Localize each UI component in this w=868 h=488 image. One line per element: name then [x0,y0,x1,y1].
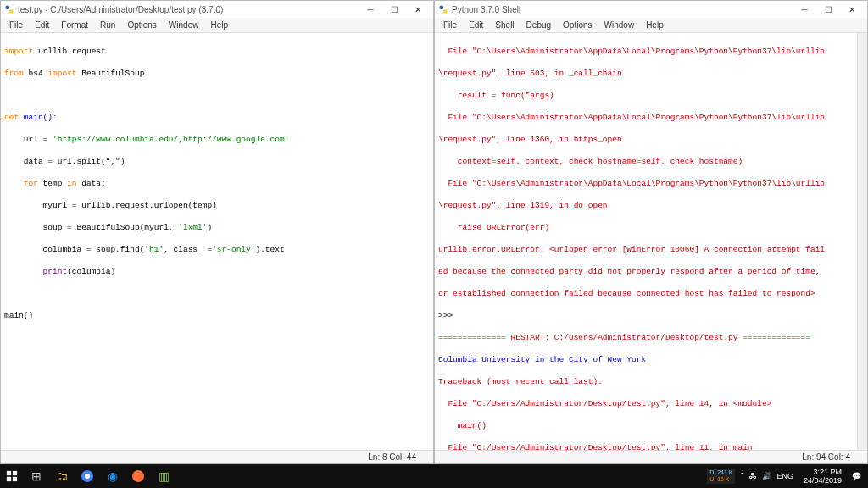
code-editor[interactable]: import urllib.request from bs4 import Be… [1,33,433,450]
menu-help[interactable]: Help [641,19,669,31]
svg-rect-3 [443,9,448,14]
app-icon[interactable]: ▥ [151,464,176,488]
close-button[interactable]: ✕ [840,2,864,17]
shell-output[interactable]: File "C:\Users\Administrator\AppData\Loc… [435,33,867,450]
python-icon [438,4,448,14]
windows-taskbar: ⊞ 🗂 ◉ ▥ D: 241 K U: 16 K ˄ 🖧 🔊 ENG 3:21 … [0,464,868,488]
shell-title: Python 3.7.0 Shell [452,5,793,14]
network-monitor[interactable]: D: 241 K U: 16 K [707,469,735,484]
maximize-button[interactable]: ☐ [816,2,840,17]
maximize-button[interactable]: ☐ [382,2,406,17]
menu-file[interactable]: File [438,19,462,31]
chrome-icon[interactable] [75,464,100,488]
svg-rect-2 [440,6,444,10]
start-button[interactable] [0,464,24,488]
svg-rect-6 [7,477,11,481]
svg-rect-1 [9,9,14,14]
svg-rect-7 [13,477,17,481]
menu-window[interactable]: Window [164,19,204,31]
menu-format[interactable]: Format [56,19,93,31]
svg-rect-0 [6,6,10,10]
minimize-button[interactable]: ─ [793,2,816,17]
menu-file[interactable]: File [4,19,28,31]
menu-debug[interactable]: Debug [521,19,556,31]
svg-rect-5 [13,471,17,475]
svg-rect-4 [7,471,11,475]
svg-point-10 [132,470,144,482]
task-view-icon[interactable]: ⊞ [24,464,49,488]
shell-menubar: File Edit Shell Debug Options Window Hel… [435,18,867,33]
shell-window: Python 3.7.0 Shell ─ ☐ ✕ File Edit Shell… [434,0,868,464]
menu-help[interactable]: Help [205,19,233,31]
menu-run[interactable]: Run [95,19,120,31]
system-tray: D: 241 K U: 16 K ˄ 🖧 🔊 ENG 3:21 PM 24/04… [707,468,868,485]
network-icon[interactable]: 🖧 [749,472,757,480]
shell-scrollbar[interactable] [857,33,867,450]
menu-window[interactable]: Window [599,19,640,31]
editor-title: test.py - C:/Users/Administrator/Desktop… [18,5,359,14]
menu-edit[interactable]: Edit [464,19,488,31]
edge-icon[interactable]: ◉ [100,464,125,488]
editor-window: test.py - C:/Users/Administrator/Desktop… [0,0,434,464]
shell-statusbar: Ln: 94 Col: 4 [435,450,867,463]
minimize-button[interactable]: ─ [359,2,382,17]
editor-titlebar[interactable]: test.py - C:/Users/Administrator/Desktop… [1,1,433,18]
shell-titlebar[interactable]: Python 3.7.0 Shell ─ ☐ ✕ [435,1,867,18]
tray-chevron-icon[interactable]: ˄ [740,472,744,480]
python-icon [4,4,14,14]
notifications-icon[interactable]: 💬 [852,472,861,480]
svg-point-9 [85,474,90,479]
editor-statusbar: Ln: 8 Col: 44 [1,450,433,463]
firefox-icon[interactable] [125,464,151,488]
close-button[interactable]: ✕ [406,2,430,17]
menu-options[interactable]: Options [558,19,597,31]
editor-menubar: File Edit Format Run Options Window Help [1,18,433,33]
menu-options[interactable]: Options [122,19,161,31]
menu-shell[interactable]: Shell [490,19,519,31]
taskbar-clock[interactable]: 3:21 PM 24/04/2019 [798,468,847,485]
file-explorer-icon[interactable]: 🗂 [49,464,75,488]
menu-edit[interactable]: Edit [30,19,54,31]
volume-icon[interactable]: 🔊 [762,472,771,480]
language-indicator[interactable]: ENG [776,472,793,480]
